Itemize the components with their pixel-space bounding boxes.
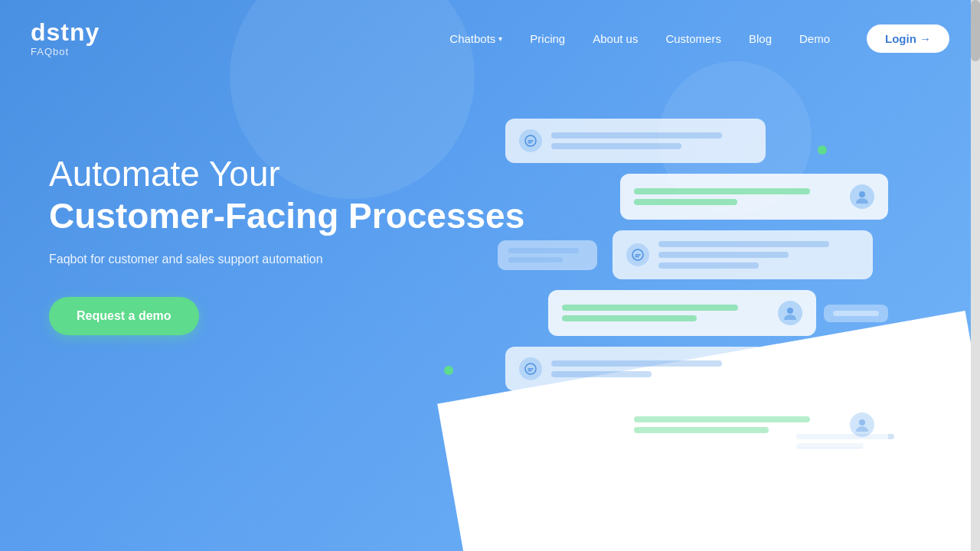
partial-bubble-left bbox=[498, 240, 597, 270]
hero-title-bold: Customer-Facing Processes bbox=[49, 195, 524, 237]
line bbox=[658, 262, 759, 269]
chat-bubble-6 bbox=[620, 402, 888, 448]
line bbox=[634, 188, 810, 194]
bubble-lines-5 bbox=[551, 360, 752, 377]
line bbox=[551, 360, 722, 367]
user-avatar-2 bbox=[778, 301, 802, 325]
bubble-lines-1 bbox=[551, 132, 752, 149]
logo-name: dstny bbox=[31, 20, 100, 44]
hero-section: dstny FAQbot Chatbots ▾ Pricing About us… bbox=[0, 0, 980, 551]
login-button[interactable]: Login → bbox=[867, 24, 949, 53]
line bbox=[562, 315, 697, 321]
chat-mockup bbox=[505, 119, 888, 448]
line bbox=[551, 143, 681, 149]
chat-icon-5 bbox=[519, 357, 542, 380]
bubble-lines-4 bbox=[562, 305, 769, 321]
chat-row-4 bbox=[505, 290, 888, 336]
logo-sub: FAQbot bbox=[31, 46, 100, 57]
chat-icon-3 bbox=[626, 243, 649, 266]
chat-bubble-1 bbox=[505, 119, 766, 163]
chat-bubble-4 bbox=[548, 290, 816, 336]
user-avatar-1 bbox=[850, 184, 874, 209]
line bbox=[551, 371, 652, 377]
line bbox=[634, 416, 810, 422]
svg-point-5 bbox=[859, 419, 865, 425]
scrollbar-thumb[interactable] bbox=[971, 0, 980, 61]
main-nav: Chatbots ▾ Pricing About us Customers Bl… bbox=[449, 24, 949, 53]
nav-blog[interactable]: Blog bbox=[749, 32, 772, 45]
chat-icon-1 bbox=[519, 129, 542, 152]
line bbox=[658, 252, 789, 258]
bubble-lines-6 bbox=[634, 416, 841, 433]
line bbox=[634, 199, 737, 205]
nav-customers[interactable]: Customers bbox=[665, 32, 721, 45]
svg-point-1 bbox=[859, 191, 865, 197]
nav-pricing[interactable]: Pricing bbox=[530, 32, 565, 45]
hero-subtitle: Faqbot for customer and sales support au… bbox=[49, 253, 524, 266]
decorative-dot-2 bbox=[444, 366, 453, 375]
bubble-lines-2 bbox=[634, 188, 841, 205]
user-avatar-3 bbox=[850, 412, 874, 437]
line bbox=[562, 305, 738, 311]
nav-demo[interactable]: Demo bbox=[799, 32, 830, 45]
nav-chatbots[interactable]: Chatbots ▾ bbox=[449, 32, 502, 45]
hero-content: Automate Your Customer-Facing Processes … bbox=[49, 153, 524, 335]
partial-bubble-right bbox=[824, 305, 888, 322]
request-demo-button[interactable]: Request a demo bbox=[49, 297, 199, 335]
nav-about[interactable]: About us bbox=[593, 32, 638, 45]
chat-bubble-5 bbox=[505, 347, 766, 391]
svg-point-3 bbox=[787, 308, 793, 314]
line bbox=[658, 241, 829, 247]
chat-bubble-3 bbox=[612, 230, 873, 279]
line bbox=[551, 132, 722, 139]
header: dstny FAQbot Chatbots ▾ Pricing About us… bbox=[0, 0, 980, 77]
line bbox=[634, 427, 769, 433]
logo[interactable]: dstny FAQbot bbox=[31, 20, 100, 57]
chat-row-3 bbox=[505, 230, 888, 279]
hero-title-light: Automate Your bbox=[49, 153, 524, 195]
bubble-lines-3 bbox=[658, 241, 859, 269]
chat-bubble-2 bbox=[620, 174, 888, 220]
chevron-down-icon: ▾ bbox=[498, 34, 502, 43]
scrollbar[interactable] bbox=[971, 0, 980, 551]
